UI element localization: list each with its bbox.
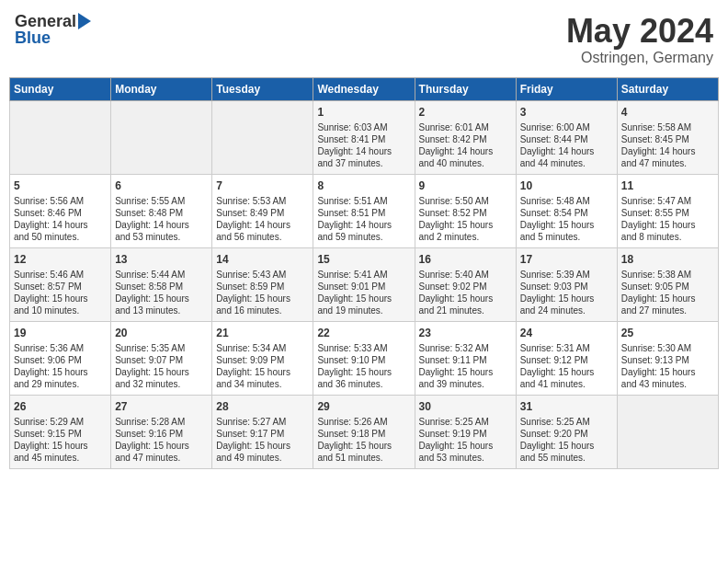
day-number: 31 (520, 399, 613, 414)
day-info: Sunrise: 5:46 AM Sunset: 8:57 PM Dayligh… (14, 269, 107, 316)
day-info: Sunrise: 5:43 AM Sunset: 8:59 PM Dayligh… (216, 269, 309, 316)
day-info: Sunrise: 5:50 AM Sunset: 8:52 PM Dayligh… (419, 195, 512, 243)
calendar-title: May 2024 (566, 13, 713, 50)
calendar-cell: 30Sunrise: 5:25 AM Sunset: 9:19 PM Dayli… (415, 395, 516, 468)
day-number: 1 (317, 105, 410, 120)
calendar-cell: 17Sunrise: 5:39 AM Sunset: 9:03 PM Dayli… (516, 247, 617, 321)
calendar-cell: 24Sunrise: 5:31 AM Sunset: 9:12 PM Dayli… (516, 321, 617, 395)
calendar-cell: 13Sunrise: 5:44 AM Sunset: 8:58 PM Dayli… (111, 247, 212, 321)
day-info: Sunrise: 5:41 AM Sunset: 9:01 PM Dayligh… (317, 269, 410, 316)
logo-blue-text: Blue (15, 29, 91, 48)
calendar-cell: 31Sunrise: 5:25 AM Sunset: 9:20 PM Dayli… (516, 395, 617, 468)
day-number: 25 (621, 326, 714, 340)
header-monday: Monday (111, 77, 212, 100)
day-number: 26 (14, 399, 107, 414)
calendar-cell: 6Sunrise: 5:55 AM Sunset: 8:48 PM Daylig… (111, 174, 212, 247)
calendar-cell: 14Sunrise: 5:43 AM Sunset: 8:59 PM Dayli… (212, 247, 313, 321)
day-number: 29 (317, 399, 410, 414)
day-info: Sunrise: 5:56 AM Sunset: 8:46 PM Dayligh… (14, 195, 107, 243)
day-info: Sunrise: 5:51 AM Sunset: 8:51 PM Dayligh… (317, 195, 410, 243)
calendar-cell: 26Sunrise: 5:29 AM Sunset: 9:15 PM Dayli… (10, 395, 111, 468)
day-info: Sunrise: 5:25 AM Sunset: 9:19 PM Dayligh… (419, 416, 512, 464)
calendar-cell: 4Sunrise: 5:58 AM Sunset: 8:45 PM Daylig… (617, 100, 718, 174)
calendar-cell: 29Sunrise: 5:26 AM Sunset: 9:18 PM Dayli… (313, 395, 415, 468)
day-info: Sunrise: 5:40 AM Sunset: 9:02 PM Dayligh… (419, 269, 512, 316)
day-info: Sunrise: 5:27 AM Sunset: 9:17 PM Dayligh… (216, 416, 309, 464)
calendar-cell: 12Sunrise: 5:46 AM Sunset: 8:57 PM Dayli… (10, 247, 111, 321)
header-wednesday: Wednesday (313, 77, 415, 100)
day-number: 7 (216, 178, 309, 193)
calendar-cell: 9Sunrise: 5:50 AM Sunset: 8:52 PM Daylig… (415, 174, 516, 247)
day-number: 19 (14, 326, 107, 340)
day-number: 16 (419, 252, 512, 267)
day-number: 12 (14, 252, 107, 267)
logo: General Blue (15, 13, 91, 48)
day-number: 28 (216, 399, 309, 414)
day-info: Sunrise: 5:48 AM Sunset: 8:54 PM Dayligh… (520, 195, 613, 243)
day-number: 8 (317, 178, 410, 193)
header-friday: Friday (516, 77, 617, 100)
calendar-cell: 8Sunrise: 5:51 AM Sunset: 8:51 PM Daylig… (313, 174, 415, 247)
day-number: 14 (216, 252, 309, 267)
day-number: 30 (419, 399, 512, 414)
calendar-cell: 19Sunrise: 5:36 AM Sunset: 9:06 PM Dayli… (10, 321, 111, 395)
day-number: 6 (115, 178, 208, 193)
day-number: 24 (520, 326, 613, 340)
day-info: Sunrise: 5:35 AM Sunset: 9:07 PM Dayligh… (115, 342, 208, 390)
title-block: May 2024 Ostringen, Germany (566, 13, 713, 66)
calendar-week-row: 5Sunrise: 5:56 AM Sunset: 8:46 PM Daylig… (10, 174, 719, 247)
day-info: Sunrise: 5:29 AM Sunset: 9:15 PM Dayligh… (14, 416, 107, 464)
day-info: Sunrise: 5:36 AM Sunset: 9:06 PM Dayligh… (14, 342, 107, 390)
calendar-cell: 25Sunrise: 5:30 AM Sunset: 9:13 PM Dayli… (617, 321, 718, 395)
calendar-cell: 1Sunrise: 6:03 AM Sunset: 8:41 PM Daylig… (313, 100, 415, 174)
calendar-cell: 28Sunrise: 5:27 AM Sunset: 9:17 PM Dayli… (212, 395, 313, 468)
day-info: Sunrise: 5:47 AM Sunset: 8:55 PM Dayligh… (621, 195, 714, 243)
day-number: 20 (115, 326, 208, 340)
day-number: 4 (621, 105, 714, 120)
day-number: 17 (520, 252, 613, 267)
calendar-cell: 10Sunrise: 5:48 AM Sunset: 8:54 PM Dayli… (516, 174, 617, 247)
day-info: Sunrise: 5:34 AM Sunset: 9:09 PM Dayligh… (216, 342, 309, 390)
day-info: Sunrise: 6:00 AM Sunset: 8:44 PM Dayligh… (520, 121, 613, 169)
calendar-cell: 18Sunrise: 5:38 AM Sunset: 9:05 PM Dayli… (617, 247, 718, 321)
day-info: Sunrise: 5:44 AM Sunset: 8:58 PM Dayligh… (115, 269, 208, 316)
calendar-week-row: 1Sunrise: 6:03 AM Sunset: 8:41 PM Daylig… (10, 100, 719, 174)
calendar-cell (617, 395, 718, 468)
day-info: Sunrise: 5:30 AM Sunset: 9:13 PM Dayligh… (621, 342, 714, 390)
calendar-week-row: 12Sunrise: 5:46 AM Sunset: 8:57 PM Dayli… (10, 247, 719, 321)
day-number: 15 (317, 252, 410, 267)
calendar-cell: 23Sunrise: 5:32 AM Sunset: 9:11 PM Dayli… (415, 321, 516, 395)
calendar-cell: 15Sunrise: 5:41 AM Sunset: 9:01 PM Dayli… (313, 247, 415, 321)
day-number: 22 (317, 326, 410, 340)
calendar-cell: 21Sunrise: 5:34 AM Sunset: 9:09 PM Dayli… (212, 321, 313, 395)
day-info: Sunrise: 5:25 AM Sunset: 9:20 PM Dayligh… (520, 416, 613, 464)
day-number: 27 (115, 399, 208, 414)
day-info: Sunrise: 6:01 AM Sunset: 8:42 PM Dayligh… (419, 121, 512, 169)
calendar-header-row: SundayMondayTuesdayWednesdayThursdayFrid… (10, 77, 719, 100)
day-info: Sunrise: 5:32 AM Sunset: 9:11 PM Dayligh… (419, 342, 512, 390)
day-number: 10 (520, 178, 613, 193)
calendar-table: SundayMondayTuesdayWednesdayThursdayFrid… (9, 77, 719, 469)
calendar-cell (10, 100, 111, 174)
calendar-cell: 22Sunrise: 5:33 AM Sunset: 9:10 PM Dayli… (313, 321, 415, 395)
header-thursday: Thursday (415, 77, 516, 100)
calendar-cell (111, 100, 212, 174)
calendar-cell: 27Sunrise: 5:28 AM Sunset: 9:16 PM Dayli… (111, 395, 212, 468)
header-sunday: Sunday (10, 77, 111, 100)
calendar-cell: 16Sunrise: 5:40 AM Sunset: 9:02 PM Dayli… (415, 247, 516, 321)
day-info: Sunrise: 5:55 AM Sunset: 8:48 PM Dayligh… (115, 195, 208, 243)
day-number: 21 (216, 326, 309, 340)
calendar-week-row: 19Sunrise: 5:36 AM Sunset: 9:06 PM Dayli… (10, 321, 719, 395)
calendar-cell (212, 100, 313, 174)
header-saturday: Saturday (617, 77, 718, 100)
day-number: 13 (115, 252, 208, 267)
header-tuesday: Tuesday (212, 77, 313, 100)
day-info: Sunrise: 5:39 AM Sunset: 9:03 PM Dayligh… (520, 269, 613, 316)
day-number: 23 (419, 326, 512, 340)
page-header: General Blue May 2024 Ostringen, Germany (9, 9, 719, 70)
day-info: Sunrise: 5:28 AM Sunset: 9:16 PM Dayligh… (115, 416, 208, 464)
day-number: 3 (520, 105, 613, 120)
calendar-cell: 11Sunrise: 5:47 AM Sunset: 8:55 PM Dayli… (617, 174, 718, 247)
day-info: Sunrise: 5:53 AM Sunset: 8:49 PM Dayligh… (216, 195, 309, 243)
day-number: 18 (621, 252, 714, 267)
